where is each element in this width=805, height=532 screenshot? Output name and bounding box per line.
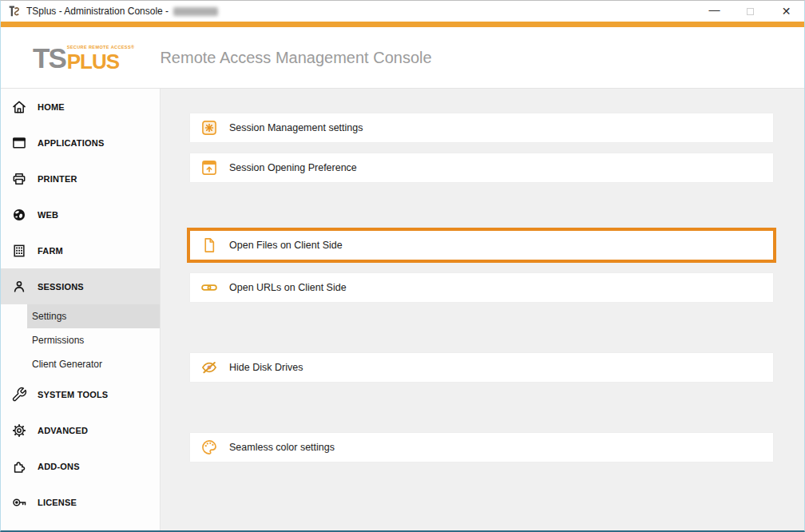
header: TS SECURE REMOTE ACCESS® PLUS Remote Acc… (1, 27, 804, 89)
person-icon (11, 279, 27, 295)
sidebar-item-home[interactable]: HOME (1, 89, 160, 125)
sidebar-item-label: WEB (38, 210, 58, 220)
window-controls: — ✕ (696, 1, 804, 22)
sidebar-item-label: LICENSE (38, 498, 77, 507)
sidebar-item-sessions[interactable]: SESSIONS (1, 268, 160, 304)
key-icon (11, 494, 27, 510)
sidebar-item-applications[interactable]: APPLICATIONS (1, 125, 160, 161)
logo-ts-text: TS (33, 44, 65, 72)
sidebar-item-printer[interactable]: PRINTER (1, 161, 160, 197)
close-button[interactable]: ✕ (768, 1, 804, 22)
window-title: TSplus - Administration Console - (26, 6, 169, 17)
tsplus-admin-console-window: TSplus - Administration Console - — ✕ TS… (0, 0, 805, 532)
title-bar: TSplus - Administration Console - — ✕ (1, 1, 804, 22)
wrench-icon (11, 387, 27, 403)
button-label: Open URLs on Client Side (229, 282, 347, 293)
sidebar-item-add-ons[interactable]: ADD-ONS (1, 448, 160, 484)
house-icon (11, 99, 27, 115)
tsplus-app-icon (7, 5, 21, 18)
document-icon (200, 236, 218, 254)
button-label: Session Management settings (229, 122, 363, 133)
sidebar-item-label: APPLICATIONS (38, 138, 104, 148)
eye-slash-icon (200, 359, 218, 376)
button-label: Open Files on Client Side (229, 240, 343, 251)
button-session-management-settings[interactable]: Session Management settings (190, 113, 773, 142)
window-upload-icon (200, 159, 218, 177)
sidebar-item-farm[interactable]: FARM (1, 232, 160, 268)
page-title: Remote Access Management Console (160, 49, 431, 67)
logo-plus-text: PLUS (67, 51, 135, 72)
palette-icon (200, 439, 218, 456)
maximize-icon (747, 8, 754, 15)
sidebar-subitem-settings[interactable]: Settings (27, 304, 160, 328)
button-open-urls-on-client-side[interactable]: Open URLs on Client Side (190, 273, 773, 302)
sidebar-item-label: SESSIONS (38, 282, 84, 292)
link-icon (200, 279, 218, 296)
button-label: Seamless color settings (229, 442, 335, 453)
gear-icon (11, 423, 27, 439)
button-seamless-color-settings[interactable]: Seamless color settings (190, 433, 773, 462)
sidebar-item-system-tools[interactable]: SYSTEM TOOLS (1, 376, 160, 412)
sidebar-subitem-permissions[interactable]: Permissions (27, 328, 160, 352)
button-session-opening-preference[interactable]: Session Opening Preference (190, 153, 773, 182)
main-content: Session Management settings Session Open… (161, 89, 804, 530)
redacted-server-name (173, 7, 218, 16)
minimize-button[interactable]: — (696, 1, 732, 22)
sidebar: HOME APPLICATIONS PRINTER (1, 89, 161, 530)
printer-icon (11, 171, 27, 187)
button-label: Session Opening Preference (229, 162, 357, 173)
sidebar-item-advanced[interactable]: ADVANCED (1, 412, 160, 448)
window-icon (11, 135, 27, 151)
sidebar-item-license[interactable]: LICENSE (1, 484, 160, 520)
button-open-files-on-client-side[interactable]: Open Files on Client Side (190, 231, 773, 260)
maximize-button[interactable] (732, 1, 768, 22)
sidebar-subitem-client-generator[interactable]: Client Generator (27, 352, 160, 376)
sidebar-item-label: SYSTEM TOOLS (38, 390, 108, 399)
highlighted-selection-frame: Open Files on Client Side (187, 228, 776, 263)
sidebar-item-label: PRINTER (38, 174, 77, 184)
sidebar-item-label: ADD-ONS (38, 462, 80, 471)
sidebar-item-label: ADVANCED (38, 426, 88, 435)
button-hide-disk-drives[interactable]: Hide Disk Drives (190, 353, 773, 382)
puzzle-piece-icon (11, 459, 27, 474)
building-icon (11, 243, 27, 259)
sidebar-item-label: FARM (38, 246, 63, 256)
tsplus-logo: TS SECURE REMOTE ACCESS® PLUS (33, 44, 134, 72)
accent-bar (1, 22, 804, 27)
globe-icon (11, 207, 27, 223)
sidebar-item-label: HOME (38, 102, 65, 112)
sidebar-item-web[interactable]: WEB (1, 197, 160, 232)
gear-box-icon (200, 119, 218, 137)
button-label: Hide Disk Drives (229, 362, 303, 373)
